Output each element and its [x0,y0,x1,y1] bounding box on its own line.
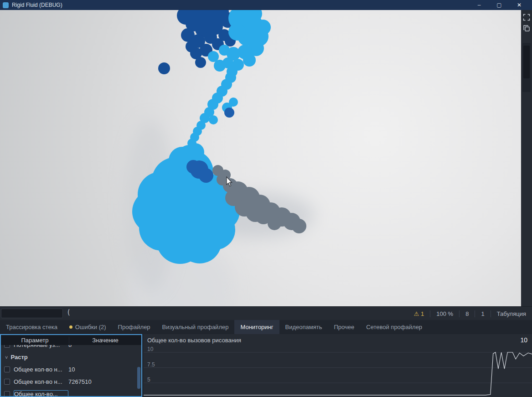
app-window: Rigid Fluid (DEBUG) – ▢ ✕ [0,0,532,397]
tab-label: Трассировка стека [6,324,57,330]
monitor-table-body: Потерянные уз...8˅РастрОбщее кол-во н...… [1,345,141,396]
editor-right-strip [521,10,532,306]
window-title: Rigid Fluid (DEBUG) [12,2,469,8]
close-button[interactable]: ✕ [509,0,529,10]
tab-label: Сетевой профайлер [366,324,422,330]
maximize-button[interactable]: ▢ [489,0,509,10]
monitors-scrollbar-thumb[interactable] [137,367,140,389]
debugger-tab[interactable]: Ошибки (2) [63,320,112,334]
caret-line: 8 [460,310,475,317]
monitor-name: Общее кол-во... [14,390,68,396]
table-row[interactable]: Общее кол-во н...7267510 [1,376,141,388]
category-row[interactable]: ˅Растр [1,351,141,363]
game-viewport[interactable] [0,10,521,306]
monitor-value: 7267510 [68,378,92,385]
monitor-value: 10 [68,366,75,373]
scene-svg [0,10,521,306]
titlebar[interactable]: Rigid Fluid (DEBUG) – ▢ ✕ [0,0,532,10]
statusbar: ( ⚠ 1 100 % 8 1 Табуляция [0,306,532,320]
chevron-down-icon[interactable]: ˅ [5,355,8,360]
monitor-value: 8 [68,345,72,348]
y-tick-label: 7.5 [147,361,155,368]
monitor-checkbox[interactable] [4,345,10,348]
tab-label: Визуальный профайлер [162,324,229,330]
warning-count: 1 [421,310,424,317]
y-tick-label: 5 [147,376,150,383]
expand-icon[interactable] [523,14,530,21]
app-icon [3,2,9,8]
minimize-button[interactable]: – [469,0,489,10]
debugger-tab[interactable]: Мониторинг [234,320,279,334]
table-row[interactable]: Общее кол-во н...10 [1,363,141,376]
debugger-tab[interactable]: Прочее [328,320,361,334]
code-fragment: ( [67,308,71,316]
column-header-parameter[interactable]: Параметр [1,337,69,344]
monitors-list-panel: Параметр Значение Потерянные уз...8˅Раст… [0,334,142,397]
debugger-tab[interactable]: Визуальный профайлер [156,320,235,334]
tab-label: Ошибки (2) [75,324,106,330]
warning-badge[interactable]: ⚠ 1 [408,310,430,317]
monitor-line-series [144,352,532,395]
monitor-name: Общее кол-во н... [14,378,68,385]
debugger-tabbar: Трассировка стекаОшибки (2)ПрофайлерВизу… [0,320,532,334]
graph-current-value: 10 [520,336,527,344]
monitor-name: Общее кол-во н... [14,366,68,373]
table-row[interactable]: Общее кол-во... [1,388,141,396]
caret-column: 1 [475,310,490,317]
viewport-scrollbar[interactable] [522,43,531,92]
zoom-level: 100 % [430,310,459,317]
monitor-name: Потерянные уз... [14,345,68,348]
column-header-value[interactable]: Значение [69,337,141,344]
indent-type: Табуляция [491,310,532,317]
graph-title: Общее кол-во вызовов рисования [147,337,241,344]
tab-label: Видеопамять [285,324,322,330]
tab-label: Мониторинг [240,324,273,330]
tab-label: Профайлер [118,324,150,330]
bottom-left-box [1,309,63,318]
debugger-tab[interactable]: Трассировка стека [0,320,63,334]
copy-icon[interactable] [523,25,530,32]
monitor-name: Растр [10,354,65,361]
debugger-panel: Параметр Значение Потерянные уз...8˅Раст… [0,334,532,397]
monitor-checkbox[interactable] [4,366,10,372]
table-row[interactable]: Потерянные уз...8 [1,345,141,351]
debugger-tab[interactable]: Профайлер [112,320,156,334]
warning-icon: ⚠ [414,310,419,317]
monitor-checkbox[interactable] [4,379,10,385]
debugger-tab[interactable]: Сетевой профайлер [360,320,428,334]
statusbar-right: ⚠ 1 100 % 8 1 Табуляция [408,307,532,320]
error-dot-icon [69,325,72,329]
scrollbar-thumb[interactable] [523,46,530,78]
tab-label: Прочее [334,324,355,330]
debugger-tab[interactable]: Видеопамять [279,320,328,334]
table-header: Параметр Значение [1,335,141,345]
monitor-graph-panel: 107.55 Общее кол-во вызовов рисования 10 [144,334,532,397]
y-tick-label: 10 [147,346,154,352]
monitor-checkbox[interactable] [4,391,10,396]
